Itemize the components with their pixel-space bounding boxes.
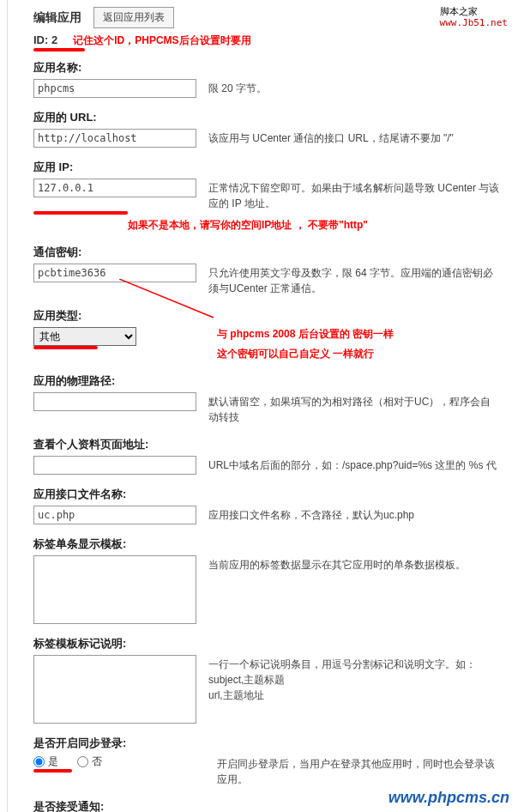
- id-note: 记住这个ID，PHPCMS后台设置时要用: [73, 34, 250, 46]
- sync-login-yes[interactable]: 是: [33, 754, 58, 769]
- app-ip-note: 如果不是本地，请写你的空间IP地址 ， 不要带"http": [128, 219, 368, 231]
- secret-help: 只允许使用英文字母及数字，限 64 字节。应用端的通信密钥必须与UCenter …: [208, 264, 501, 296]
- profile-url-label: 查看个人资料页面地址:: [33, 437, 501, 452]
- tag-desc-textarea[interactable]: [33, 655, 196, 724]
- sync-login-label: 是否开启同步登录:: [33, 736, 501, 751]
- id-label-row: ID: 2 记住这个ID，PHPCMS后台设置时要用: [33, 33, 501, 48]
- phys-path-label: 应用的物理路径:: [33, 373, 501, 389]
- tag-desc-label: 标签模板标记说明:: [33, 636, 501, 651]
- sync-login-no[interactable]: 否: [77, 754, 102, 769]
- phys-path-help: 默认请留空，如果填写的为相对路径（相对于UC），程序会自动转技: [208, 392, 501, 425]
- api-file-input[interactable]: [33, 506, 196, 524]
- page-title: 编辑应用: [33, 10, 81, 26]
- footer-url: www.phpcms.cn: [388, 789, 509, 807]
- back-button[interactable]: 返回应用列表: [93, 7, 174, 28]
- brand-block: 脚本之家 www.Jb51.net: [440, 5, 508, 30]
- brand-line2: www.Jb51.net: [440, 17, 508, 29]
- profile-url-input[interactable]: [33, 456, 196, 475]
- app-name-input[interactable]: [33, 79, 196, 98]
- app-type-select[interactable]: 其他: [33, 327, 136, 346]
- app-url-label: 应用的 URL:: [33, 110, 501, 125]
- secret-label: 通信密钥:: [33, 245, 501, 260]
- app-ip-input[interactable]: [33, 179, 196, 197]
- tag-tpl-help: 当前应用的标签数据显示在其它应用时的单条数据模板。: [208, 555, 501, 573]
- brand-line1: 脚本之家: [440, 5, 508, 17]
- profile-url-help: URL中域名后面的部分，如：/space.php?uid=%s 这里的 %s 代: [208, 456, 501, 473]
- sync-no-radio[interactable]: [77, 756, 88, 767]
- app-url-help: 该应用与 UCenter 通信的接口 URL，结尾请不要加 "/": [208, 129, 501, 146]
- app-url-input[interactable]: [33, 129, 196, 148]
- sync-yes-radio[interactable]: [33, 756, 45, 767]
- id-label: ID: 2: [33, 33, 57, 46]
- app-ip-help: 正常情况下留空即可。如果由于域名解析问题导致 UCenter 与该应的 IP 地…: [208, 179, 501, 211]
- api-file-label: 应用接口文件名称:: [33, 487, 501, 502]
- app-type-label: 应用类型:: [33, 308, 501, 324]
- app-name-help: 限 20 字节。: [208, 79, 501, 96]
- tag-desc-help: 一行一个标记说明条目，用逗号分割标记和说明文字。如： subject,主题标题 …: [208, 655, 501, 703]
- tag-tpl-textarea[interactable]: [33, 555, 196, 624]
- phys-path-input[interactable]: [33, 392, 196, 411]
- app-ip-label: 应用 IP:: [33, 160, 501, 175]
- secret-input[interactable]: [33, 264, 196, 282]
- sync-login-help: 开启同步登录后，当用户在登录其他应用时，同时也会登录该应用。: [217, 754, 501, 787]
- tag-tpl-label: 标签单条显示模板:: [33, 536, 501, 552]
- secret-note1: 与 phpcms 2008 后台设置的 密钥一样: [217, 327, 501, 342]
- secret-note2: 这个密钥可以自己自定义 一样就行: [217, 347, 501, 361]
- api-file-help: 应用接口文件名称，不含路径，默认为uc.php: [208, 506, 501, 523]
- app-name-label: 应用名称:: [33, 60, 501, 76]
